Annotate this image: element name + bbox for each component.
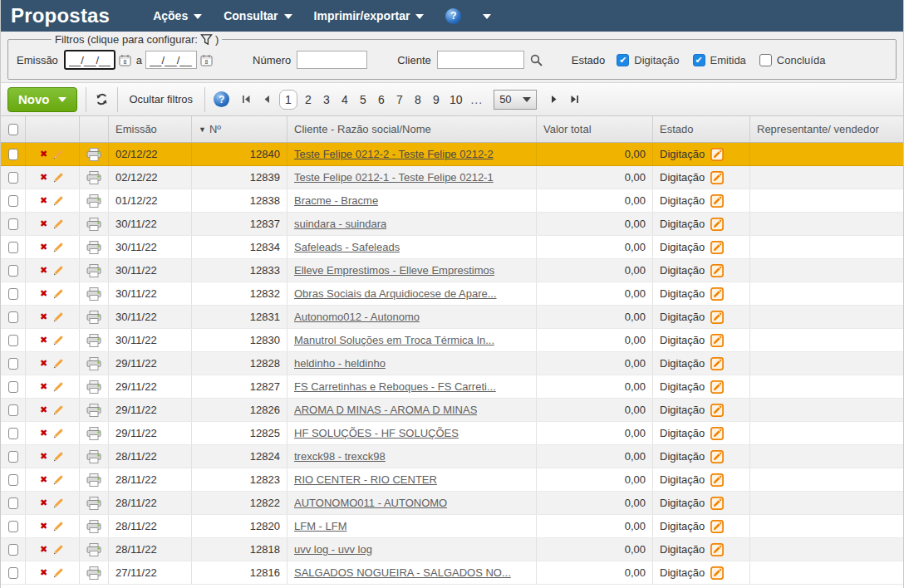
header-estado[interactable]: Estado (653, 116, 750, 142)
estado-edit-icon[interactable] (710, 311, 724, 324)
edit-pencil-icon[interactable] (52, 241, 65, 253)
print-icon[interactable] (86, 427, 101, 440)
table-row[interactable]: ✖ 27/11/22 12816 SALGADOS (1, 561, 903, 585)
page-number-4[interactable]: 4 (337, 91, 352, 109)
table-row[interactable]: ✖ 28/11/22 12823 RIO CENT (1, 468, 903, 492)
print-icon[interactable] (86, 543, 101, 556)
cliente-link[interactable]: heldinho - heldinho (294, 357, 386, 370)
page-number-3[interactable]: 3 (319, 91, 334, 109)
edit-pencil-icon[interactable] (52, 148, 65, 160)
cliente-link[interactable]: HF SOLUÇÕES - HF SOLUÇÕES (294, 427, 459, 439)
table-row[interactable]: ✖ 01/12/22 12838 Bracme - (1, 189, 903, 213)
delete-icon[interactable]: ✖ (40, 544, 47, 555)
row-checkbox[interactable] (8, 544, 18, 556)
estado-edit-icon[interactable] (710, 334, 724, 347)
row-checkbox[interactable] (8, 242, 18, 253)
estado-edit-icon[interactable] (710, 543, 724, 556)
first-page-button[interactable] (238, 95, 255, 104)
edit-pencil-icon[interactable] (52, 520, 65, 532)
date-to-input[interactable] (145, 51, 197, 69)
row-checkbox[interactable] (8, 567, 18, 579)
estado-edit-icon[interactable] (710, 473, 724, 487)
cliente-input[interactable] (437, 51, 524, 69)
delete-icon[interactable]: ✖ (40, 335, 47, 345)
print-icon[interactable] (86, 264, 101, 277)
cliente-link[interactable]: Elleve Emprestimos - Elleve Emprestimos (294, 264, 494, 277)
page-number-6[interactable]: 6 (374, 91, 389, 109)
estado-edit-icon[interactable] (710, 404, 724, 417)
edit-pencil-icon[interactable] (52, 264, 65, 277)
table-row[interactable]: ✖ 28/11/22 12822 AUTONOMO (1, 492, 903, 515)
print-icon[interactable] (86, 497, 101, 510)
row-checkbox[interactable] (8, 497, 18, 509)
table-row[interactable]: ✖ 28/11/22 12818 uvv log (1, 538, 903, 561)
table-row[interactable]: ✖ 30/11/22 12834 Safelead (1, 236, 903, 259)
filters-legend[interactable]: Filtros (clique para configurar: ) (52, 33, 222, 46)
edit-pencil-icon[interactable] (52, 497, 65, 509)
cliente-link[interactable]: LFM - LFM (294, 520, 347, 532)
table-row[interactable]: ✖ 29/11/22 12828 heldinho (1, 352, 903, 375)
estado-edit-icon[interactable] (710, 427, 724, 440)
table-row[interactable]: ✖ 29/11/22 12825 HF SOLUÇ (1, 422, 903, 445)
print-icon[interactable] (86, 520, 101, 533)
print-icon[interactable] (86, 334, 101, 347)
cliente-link[interactable]: Autonomo012 - Autonomo (294, 311, 420, 323)
delete-icon[interactable]: ✖ (40, 404, 47, 415)
header-representante[interactable]: Representante/ vendedor (750, 116, 903, 142)
page-number-1[interactable]: 1 (279, 90, 297, 110)
delete-icon[interactable]: ✖ (40, 497, 47, 508)
page-number-2[interactable]: 2 (301, 91, 316, 109)
table-row[interactable]: ✖ 30/11/22 12831 Autonomo (1, 306, 903, 329)
estado-edit-icon[interactable] (710, 218, 724, 231)
novo-button[interactable]: Novo (7, 87, 77, 112)
table-row[interactable]: ✖ 02/12/22 12839 Teste Fe (1, 166, 903, 189)
estado-edit-icon[interactable] (710, 264, 724, 277)
print-icon[interactable] (86, 450, 101, 463)
row-checkbox[interactable] (8, 218, 18, 230)
row-checkbox[interactable] (8, 474, 18, 486)
menu-consultar[interactable]: Consultar (224, 9, 292, 22)
print-icon[interactable] (86, 311, 101, 324)
ocultar-filtros-button[interactable]: Ocultar filtros (126, 93, 197, 105)
row-checkbox[interactable] (8, 358, 18, 370)
row-checkbox[interactable] (8, 311, 18, 323)
header-valor[interactable]: Valor total (537, 116, 653, 142)
table-row[interactable]: ✖ 29/11/22 12827 FS Carre (1, 375, 903, 399)
prev-page-button[interactable] (258, 95, 276, 104)
edit-pencil-icon[interactable] (52, 473, 65, 486)
estado-edit-icon[interactable] (710, 566, 724, 580)
print-icon[interactable] (86, 171, 101, 184)
edit-pencil-icon[interactable] (52, 380, 65, 393)
print-icon[interactable] (86, 404, 101, 417)
table-row[interactable]: ✖ 30/11/22 12837 suindara (1, 213, 903, 236)
print-icon[interactable] (86, 566, 101, 580)
calendar-icon[interactable]: 8 (119, 54, 131, 66)
next-page-button[interactable] (545, 95, 563, 104)
delete-icon[interactable]: ✖ (40, 195, 47, 206)
page-number-7[interactable]: 7 (392, 91, 407, 109)
page-size-select[interactable]: 50 (494, 90, 537, 110)
cliente-link[interactable]: Teste Felipe 0212-2 - Teste Felipe 0212-… (294, 148, 494, 160)
cliente-link[interactable]: Manutrol Soluções em Troca Térmica In... (294, 334, 494, 346)
row-checkbox[interactable] (8, 381, 18, 393)
print-icon[interactable] (86, 287, 101, 301)
row-checkbox[interactable] (8, 521, 18, 532)
delete-icon[interactable]: ✖ (40, 358, 47, 369)
cliente-link[interactable]: AROMA D MINAS - AROMA D MINAS (294, 404, 477, 416)
delete-icon[interactable]: ✖ (40, 242, 47, 252)
delete-icon[interactable]: ✖ (40, 265, 47, 276)
row-checkbox[interactable] (8, 265, 18, 277)
edit-pencil-icon[interactable] (52, 450, 65, 463)
header-emissao[interactable]: Emissão (109, 116, 192, 142)
print-icon[interactable] (86, 357, 101, 370)
edit-pencil-icon[interactable] (52, 171, 65, 184)
cliente-link[interactable]: Teste Felipe 0212-1 - Teste Felipe 0212-… (294, 171, 494, 184)
table-row[interactable]: ✖ 28/11/22 12820 LFM - LF (1, 515, 903, 538)
help-icon[interactable]: ? (214, 91, 229, 107)
delete-icon[interactable]: ✖ (40, 428, 47, 439)
cliente-link[interactable]: RIO CENTER - RIO CENTER (294, 473, 437, 486)
estado-checkbox-3[interactable] (759, 54, 772, 66)
estado-checkbox-label[interactable]: Concluída (777, 54, 826, 66)
cliente-link[interactable]: Safeleads - Safeleads (294, 241, 400, 253)
print-icon[interactable] (86, 148, 101, 161)
